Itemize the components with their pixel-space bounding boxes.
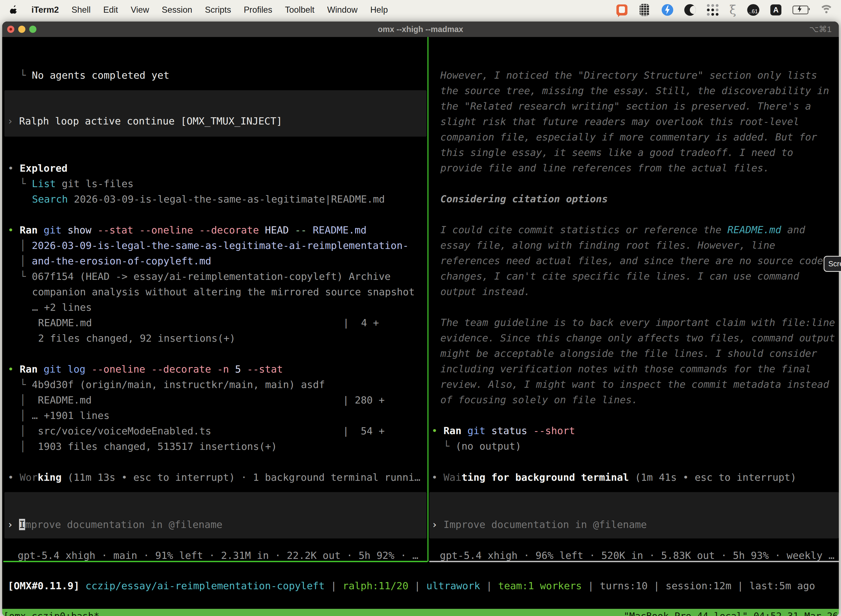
git-log-stat: │ src/voice/voiceModeEnabled.ts | 54 +: [20, 423, 385, 439]
ran-git-log: • Ran git log --oneline --decorate -n 5 …: [8, 362, 283, 377]
model-status-line: gpt-5.4 xhigh · main · 91% left · 2.31M …: [18, 548, 418, 561]
reasoning-text: output instead.: [440, 284, 530, 299]
window-title: omx --xhigh --madmax: [2, 22, 839, 37]
tmux-pane-left[interactable]: └ No agents completed yet› Ralph loop ac…: [2, 37, 427, 561]
ran-git-status: • Ran git status --short: [432, 423, 575, 439]
git-log-stat: │ README.md | 280 +: [20, 392, 385, 408]
cmd-continuation: │ and-the-erosion-of-copyleft.md: [20, 253, 211, 269]
menu-item-toolbelt[interactable]: Toolbelt: [285, 5, 315, 15]
reasoning-text: slight risk that future readers may over…: [440, 114, 799, 129]
reasoning-text: might be acceptable alongside the file l…: [440, 346, 817, 361]
menu-item-session[interactable]: Session: [162, 5, 192, 15]
screen-record-icon[interactable]: [617, 4, 627, 15]
tmux-session-label: [omx-cczip0:bash*: [2, 609, 99, 616]
menu-item-help[interactable]: Help: [370, 5, 388, 15]
ralph-loop-line: › Ralph loop active continue [OMX_TMUX_I…: [7, 113, 282, 129]
reasoning-text: the source tree, missing the essay. Stil…: [440, 83, 829, 98]
reasoning-text: I could cite commit statistics or refere…: [440, 222, 805, 238]
reasoning-text: companion file, especially if more comme…: [440, 129, 817, 145]
window-shortcut-badge: ⌥⌘1: [809, 22, 832, 37]
pane-border-bottom-active: [3, 561, 428, 562]
waiting-status: • Waiting for background terminal (1m 41…: [432, 470, 796, 485]
menu-item-scripts[interactable]: Scripts: [205, 5, 231, 15]
terminal-screen: └ No agents completed yet› Ralph loop ac…: [2, 37, 839, 616]
reasoning-text: this single essay, it seems like a good …: [440, 145, 793, 160]
ran-git-show: • Ran git show --stat --oneline --decora…: [8, 223, 367, 238]
explored-header: • Explored: [8, 161, 67, 176]
working-status: • Working (11m 13s • esc to interrupt) ·…: [8, 470, 420, 485]
git-status-output: └ (no output): [432, 439, 521, 454]
reasoning-text: the "Related research writing" section i…: [440, 98, 811, 114]
reasoning-text: provide file and line references from th…: [440, 160, 769, 176]
wifi-icon[interactable]: [819, 5, 833, 15]
reasoning-text: However, I noticed the "Directory Struct…: [440, 67, 817, 83]
menu-items: iTerm2ShellEditViewSessionScriptsProfile…: [0, 4, 388, 15]
moon-crescent-icon[interactable]: [684, 4, 696, 16]
git-show-stat: 2 files changed, 92 insertions(+): [38, 331, 235, 346]
tmux-pane-right[interactable]: However, I noticed the "Directory Struct…: [429, 37, 839, 561]
git-show-output: … +2 lines: [32, 300, 92, 315]
reasoning-text: including verification notes with those …: [440, 361, 811, 377]
menu-item-window[interactable]: Window: [327, 5, 357, 15]
reasoning-text: The team guideline is to back every impo…: [440, 315, 835, 330]
explored-list: └ List git ls-files: [20, 176, 133, 192]
reasoning-text: essay file, along with finding root file…: [440, 238, 775, 253]
git-show-output: companion analysis without altering the …: [32, 284, 415, 300]
omx-status-line: [OMX#0.11.9] cczip/essay/ai-reimplementa…: [8, 578, 815, 594]
cmd-continuation: │ 2026-03-09-is-legal-the-same-as-legiti…: [20, 238, 409, 253]
letter-a-icon[interactable]: A: [771, 4, 781, 15]
explored-search: Search 2026-03-09-is-legal-the-same-as-l…: [32, 192, 385, 207]
squiggle-icon[interactable]: ξ: [730, 4, 736, 16]
menu-item-view[interactable]: View: [131, 5, 149, 15]
badge-61-icon[interactable]: ..61: [747, 4, 759, 16]
agents-status-line: └ No agents completed yet: [20, 67, 169, 83]
shield-grid-icon[interactable]: [639, 3, 651, 18]
model-status-line: gpt-5.4 xhigh · 96% left · 520K in · 5.8…: [440, 548, 834, 561]
battery-charging-icon[interactable]: [793, 6, 809, 14]
pane-border-bottom-inactive: [429, 561, 839, 562]
macos-menu-bar: iTerm2ShellEditViewSessionScriptsProfile…: [0, 0, 841, 20]
blue-bolt-icon[interactable]: [662, 4, 673, 16]
iterm2-window: omx --xhigh --madmax ⌥⌘1 └ No agents com…: [2, 22, 839, 616]
apple-menu-icon[interactable]: [9, 4, 19, 15]
reasoning-text: of focusing solely on file lines.: [440, 392, 638, 408]
prompt-input-line: › Improve documentation in @filename: [432, 517, 647, 532]
tmux-status-bar: [omx-cczip0:bash* "MacBook-Pro-44.local"…: [2, 609, 839, 616]
desktop: { "menu_bar": { "items": ["iTerm2", "She…: [0, 0, 841, 616]
menu-status-icons: ξ ..61 A: [617, 3, 841, 18]
window-title-bar[interactable]: omx --xhigh --madmax ⌥⌘1: [2, 22, 839, 37]
git-log-output: └ 4b9d30f (origin/main, instructkr/main,…: [20, 377, 325, 392]
reasoning-text: references need actual files, and since …: [440, 253, 823, 268]
prompt-input-line: › Improve documentation in @filename: [7, 517, 223, 532]
reasoning-heading: Considering citation options: [440, 191, 608, 207]
tmux-host-clock: "MacBook-Pro-44.local" 04:52 31-Mar-26: [624, 609, 839, 616]
reasoning-text: review. Also, I might want to inspect th…: [440, 377, 829, 392]
pane-divider-vertical[interactable]: [428, 37, 428, 562]
git-show-stat: README.md | 4 +: [38, 315, 379, 331]
screen-share-overlay-chip[interactable]: Scre: [823, 256, 841, 272]
git-log-stat: │ 1903 files changed, 513517 insertions(…: [20, 439, 277, 454]
git-show-output: └ 067f154 (HEAD -> essay/ai-reimplementa…: [20, 269, 391, 284]
reasoning-text: evidence. Since this change only affects…: [440, 330, 835, 346]
menu-item-shell[interactable]: Shell: [72, 5, 91, 15]
menu-item-edit[interactable]: Edit: [103, 5, 118, 15]
menu-item-iterm2[interactable]: iTerm2: [31, 5, 59, 15]
menu-item-profiles[interactable]: Profiles: [244, 5, 272, 15]
reasoning-text: changes, I can't cite specific file line…: [440, 268, 799, 284]
dots-grid-icon[interactable]: [707, 4, 718, 16]
git-log-stat: │ … +1901 lines: [20, 408, 110, 423]
